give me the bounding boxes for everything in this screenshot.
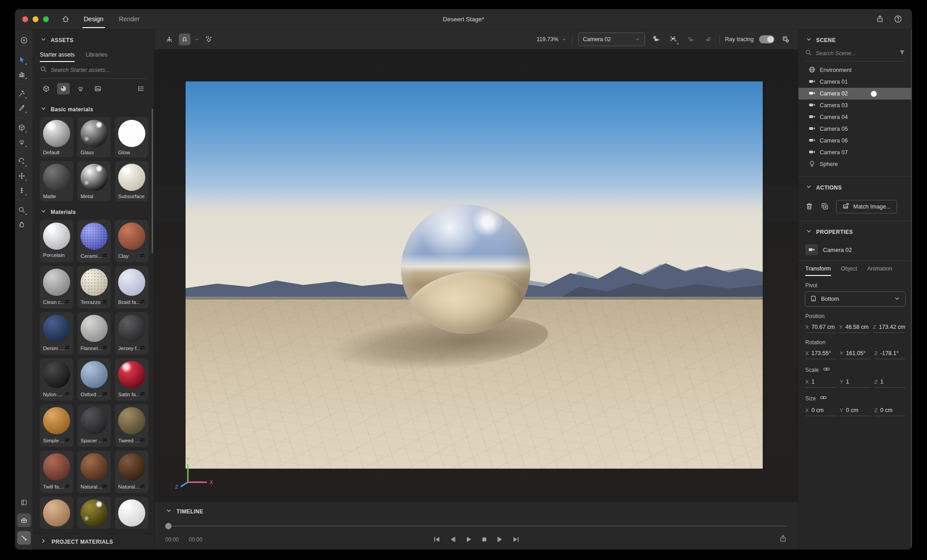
add-camera-icon[interactable] [650, 33, 662, 45]
material-tile[interactable]: Nylon … [40, 358, 73, 401]
material-tile[interactable]: Clay [115, 220, 148, 262]
scene-item-camera-02[interactable]: Camera 02 [798, 88, 912, 100]
assets-header[interactable]: ASSETS [33, 29, 154, 48]
filter-materials-icon[interactable] [57, 83, 70, 95]
material-tile[interactable]: Matte [40, 161, 73, 201]
frame-camera-icon[interactable] [668, 33, 679, 45]
play-button[interactable] [463, 534, 474, 546]
filter-models-icon[interactable] [40, 83, 53, 95]
tab-render[interactable]: Render [111, 9, 148, 29]
material-tile[interactable]: Natural… [115, 451, 148, 493]
assets-list[interactable]: Basic materials Default Glass Glow Matte… [33, 99, 154, 533]
material-tile[interactable]: Glass [77, 117, 111, 157]
material-tile[interactable]: Cerami… [77, 220, 111, 262]
timeline-export-icon[interactable] [779, 535, 787, 544]
scene-item-camera-05[interactable]: Camera 05 [798, 123, 912, 135]
chrome-sphere[interactable] [401, 204, 530, 334]
material-tile[interactable]: Twill fa… [40, 451, 73, 493]
adjust-sliders-icon[interactable] [139, 483, 145, 491]
filter-images-icon[interactable] [91, 83, 104, 95]
rotation-z-field[interactable]: Z -178.1° [874, 350, 905, 359]
material-tile[interactable]: Natural… [77, 451, 111, 493]
scene-item-camera-03[interactable]: Camera 03 [798, 100, 912, 111]
properties-tab-transform[interactable]: Transform [805, 266, 831, 276]
pan-camera-tool-icon[interactable] [15, 169, 29, 183]
duplicate-icon[interactable] [821, 202, 829, 212]
adjust-sliders-icon[interactable] [139, 298, 145, 306]
share-icon[interactable] [876, 15, 884, 23]
timeline-slider[interactable] [165, 523, 787, 529]
material-tile[interactable]: Tweed … [115, 404, 148, 447]
adjust-sliders-icon[interactable] [102, 252, 108, 260]
assets-tab-1[interactable]: Libraries [86, 52, 107, 62]
match-image-button[interactable]: Match Image... [836, 200, 897, 214]
material-tile[interactable]: Oxford … [77, 358, 111, 401]
dolly-camera-tool-icon[interactable] [15, 184, 29, 197]
snap-magnet-icon[interactable] [179, 33, 191, 45]
camera-select-dropdown[interactable]: Camera 02 [578, 33, 645, 46]
chevron-down-icon[interactable] [194, 37, 199, 42]
adjust-sliders-icon[interactable] [102, 437, 108, 445]
help-icon[interactable] [894, 15, 902, 23]
material-tile[interactable]: Satin fa… [115, 358, 148, 401]
scene-header[interactable]: SCENE [798, 29, 912, 48]
zoom-level-dropdown[interactable]: 119.73% [536, 36, 566, 43]
adjust-sliders-icon[interactable] [64, 437, 70, 445]
material-tile[interactable]: Simple … [40, 404, 73, 447]
scene-item-sphere[interactable]: Sphere [798, 158, 912, 170]
material-tile[interactable] [115, 497, 148, 529]
viewport-canvas[interactable]: Y X Z [154, 50, 798, 501]
link-icon[interactable] [820, 394, 827, 403]
timeline-track[interactable] [165, 526, 787, 527]
material-tile[interactable] [40, 497, 73, 529]
magic-wand-tool-icon[interactable] [15, 87, 29, 100]
material-tile[interactable]: Spacer … [77, 404, 111, 447]
link-icon[interactable] [823, 365, 830, 374]
scale-y-field[interactable]: Y 1 [840, 379, 870, 388]
step-forward-button[interactable] [494, 534, 506, 546]
camera-undo-icon[interactable] [685, 33, 697, 45]
align-tool-icon[interactable] [15, 67, 29, 81]
adjust-sliders-icon[interactable] [139, 252, 145, 260]
scene-item-camera-06[interactable]: Camera 06 [798, 135, 912, 147]
adjust-sliders-icon[interactable] [102, 483, 108, 491]
actions-header[interactable]: ACTIONS [798, 177, 912, 195]
adjust-sliders-icon[interactable] [139, 390, 145, 399]
minimize-window-button[interactable] [33, 16, 38, 22]
assets-tab-0[interactable]: Starter assets [40, 52, 75, 62]
size-z-field[interactable]: Z 0 cm [874, 407, 905, 416]
material-tile[interactable]: Default [40, 117, 73, 157]
size-y-field[interactable]: Y 0 cm [840, 407, 870, 416]
material-tile[interactable]: Clean c… [40, 266, 73, 308]
orbit-camera-tool-icon[interactable] [15, 155, 29, 168]
adjust-sliders-icon[interactable] [102, 298, 108, 306]
assets-scrollbar[interactable] [152, 109, 153, 253]
scene-item-camera-01[interactable]: Camera 01 [798, 76, 912, 88]
scene-panel-scrollbar[interactable] [911, 29, 912, 550]
skip-start-button[interactable] [431, 534, 443, 546]
delete-icon[interactable] [805, 202, 813, 212]
dock-panel-icon[interactable] [17, 496, 31, 509]
adjust-sliders-icon[interactable] [139, 344, 145, 352]
scale-z-field[interactable]: Z 1 [874, 379, 905, 388]
node-graph-icon[interactable] [17, 531, 31, 545]
material-tile[interactable]: Terrazzo [77, 266, 111, 308]
skip-end-button[interactable] [510, 534, 522, 546]
material-tile[interactable]: Braid fa… [115, 266, 148, 308]
physics-drop-icon[interactable] [203, 33, 215, 45]
material-tile[interactable]: Metal [77, 161, 111, 201]
position-y-field[interactable]: Y 46.58 cm [839, 324, 870, 333]
adjust-sliders-icon[interactable] [64, 298, 70, 306]
material-tile[interactable]: Denim … [40, 312, 73, 355]
pivot-dropdown[interactable]: Bottom [805, 291, 906, 307]
properties-header[interactable]: PROPERTIES [798, 221, 912, 240]
scene-item-environment[interactable]: Environment [798, 64, 912, 76]
stop-button[interactable] [478, 534, 490, 546]
material-tile[interactable]: Glow [115, 117, 148, 157]
toolbox-icon[interactable] [17, 513, 31, 527]
scene-item-camera-04[interactable]: Camera 04 [798, 111, 912, 123]
properties-tab-animation[interactable]: Animation [867, 266, 893, 276]
filter-lights-icon[interactable] [74, 83, 87, 95]
home-icon[interactable] [62, 15, 70, 23]
adjust-sliders-icon[interactable] [64, 344, 70, 352]
